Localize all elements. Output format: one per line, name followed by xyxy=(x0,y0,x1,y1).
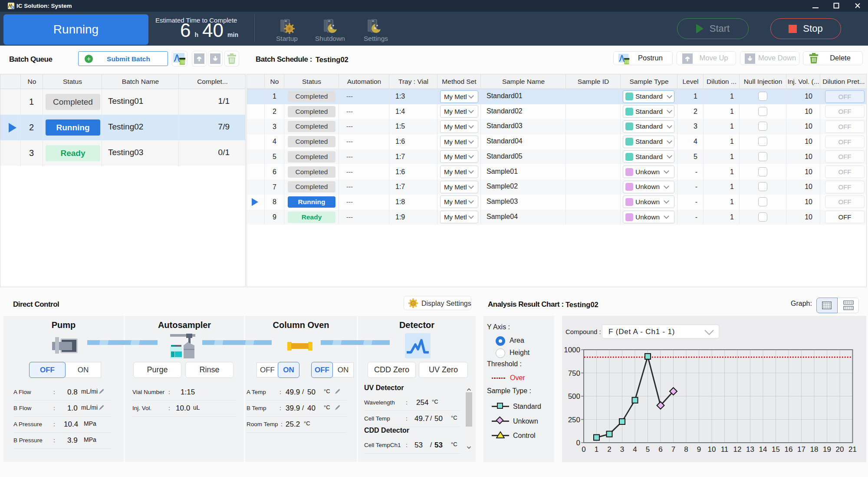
svg-text:15: 15 xyxy=(772,445,780,454)
svg-text:0: 0 xyxy=(576,439,580,447)
svg-text:5: 5 xyxy=(646,445,650,454)
svg-text:6: 6 xyxy=(658,445,662,454)
svg-text:16: 16 xyxy=(785,445,793,454)
svg-text:3: 3 xyxy=(620,445,624,454)
svg-text:21: 21 xyxy=(848,445,857,454)
svg-text:17: 17 xyxy=(797,445,806,454)
svg-text:4: 4 xyxy=(633,445,637,454)
svg-text:750: 750 xyxy=(568,369,580,378)
svg-text:20: 20 xyxy=(836,445,844,454)
svg-text:250: 250 xyxy=(568,416,580,424)
svg-text:11: 11 xyxy=(721,445,729,454)
svg-text:2: 2 xyxy=(607,445,611,454)
svg-text:12: 12 xyxy=(733,445,742,454)
svg-text:18: 18 xyxy=(810,445,819,454)
svg-text:9: 9 xyxy=(697,445,701,454)
svg-text:10: 10 xyxy=(708,445,716,454)
svg-text:14: 14 xyxy=(759,445,767,454)
svg-text:8: 8 xyxy=(684,445,688,454)
svg-text:1000: 1000 xyxy=(564,346,580,354)
svg-text:7: 7 xyxy=(671,445,675,454)
svg-text:1: 1 xyxy=(595,445,598,454)
svg-text:19: 19 xyxy=(823,445,831,454)
svg-text:13: 13 xyxy=(746,445,754,454)
svg-text:0: 0 xyxy=(582,445,585,454)
svg-text:500: 500 xyxy=(568,392,580,401)
